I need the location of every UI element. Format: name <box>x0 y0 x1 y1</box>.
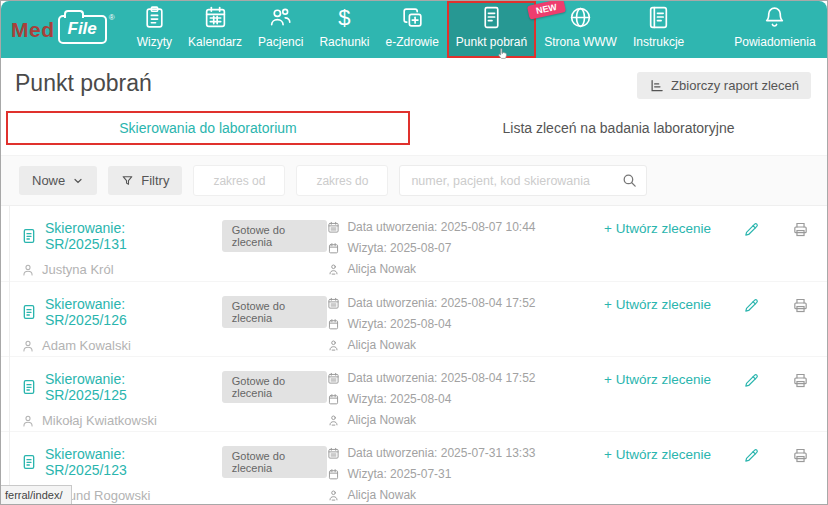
doctor-name: Alicja Nowak <box>347 488 416 502</box>
logo-file-text: File <box>58 15 107 44</box>
ehealth-icon <box>400 5 425 30</box>
collective-report-button[interactable]: Zbiorczy raport zleceń <box>637 72 811 99</box>
created-date: Data utworzenia: 2025-07-31 13:33 <box>347 446 535 460</box>
nav-item-powiadomienia[interactable]: Powiadomienia <box>726 1 823 58</box>
create-order-link[interactable]: + Utwórz zlecenie <box>604 221 711 236</box>
status-dropdown[interactable]: Nowe <box>19 166 97 195</box>
patient-icon <box>21 339 35 353</box>
status-badge: Gotowe do zlecenia <box>222 446 328 478</box>
create-order-link[interactable]: + Utwórz zlecenie <box>604 372 711 387</box>
create-order-link[interactable]: + Utwórz zlecenie <box>604 447 711 462</box>
nav-item-instrukcje[interactable]: Instrukcje <box>625 1 692 58</box>
nav-label: Powiadomienia <box>734 35 815 49</box>
clipboard-icon <box>142 5 167 30</box>
nav-label: Kalendarz <box>188 35 242 49</box>
tab-skierowania[interactable]: Skierowania do laboratorium <box>6 111 410 145</box>
visit-date-icon <box>327 468 340 481</box>
tabs: Skierowania do laboratorium Lista zleceń… <box>1 109 827 147</box>
table-row: Skierowanie: SR/2025/123 Gotowe do zlece… <box>1 431 827 505</box>
date-from-input[interactable] <box>193 165 285 196</box>
referral-doc-icon <box>21 379 37 395</box>
referral-list: Skierowanie: SR/2025/131 Gotowe do zlece… <box>1 206 827 505</box>
nav-item-pacjenci[interactable]: Pacjenci <box>250 1 311 58</box>
visit-date: Wizyta: 2025-08-07 <box>347 241 451 255</box>
edit-pencil-icon[interactable] <box>743 372 760 389</box>
table-row: Skierowanie: SR/2025/126 Gotowe do zlece… <box>1 281 827 356</box>
doctor-name: Alicja Nowak <box>347 262 416 276</box>
report-icon <box>649 78 664 93</box>
visit-date: Wizyta: 2025-07-31 <box>347 467 451 481</box>
nav-item-kalendarz[interactable]: Kalendarz <box>180 1 250 58</box>
top-navigation-bar: Med File ® Wizyty Kalendarz Pacjenci $ R… <box>1 1 827 58</box>
created-date-icon <box>327 372 340 385</box>
created-date-icon <box>327 297 340 310</box>
doctor-name: Alicja Nowak <box>347 338 416 352</box>
document-icon <box>479 5 504 30</box>
created-date-icon <box>327 221 340 234</box>
filters-button-label: Filtry <box>141 173 169 188</box>
referral-doc-icon <box>21 228 37 244</box>
nav-item-ezdrowie[interactable]: e-Zdrowie <box>377 1 446 58</box>
chevron-down-icon <box>72 175 84 187</box>
nav-item-strona-www[interactable]: NEW Strona WWW <box>536 1 625 58</box>
search-input[interactable] <box>399 165 647 196</box>
status-badge: Gotowe do zlecenia <box>222 371 328 403</box>
status-badge: Gotowe do zlecenia <box>222 296 328 328</box>
medfile-logo[interactable]: Med File ® <box>11 1 113 58</box>
filter-bar: Nowe Filtry <box>1 155 827 206</box>
nav-label: Rachunki <box>319 35 369 49</box>
visit-date-icon <box>327 393 340 406</box>
print-icon[interactable] <box>792 221 809 238</box>
globe-icon <box>568 5 593 30</box>
created-date: Data utworzenia: 2025-08-07 10:44 <box>347 220 535 234</box>
table-row: Skierowanie: SR/2025/131 Gotowe do zlece… <box>1 206 827 281</box>
visit-date-icon <box>327 242 340 255</box>
date-to-input[interactable] <box>296 165 388 196</box>
referral-link[interactable]: Skierowanie: SR/2025/125 <box>45 371 192 403</box>
visit-date-icon <box>327 318 340 331</box>
patient-icon <box>21 263 35 277</box>
mouse-cursor-icon <box>495 46 511 62</box>
referral-link[interactable]: Skierowanie: SR/2025/123 <box>45 446 192 478</box>
main-nav: Wizyty Kalendarz Pacjenci $ Rachunki e-Z… <box>129 1 828 58</box>
filters-button[interactable]: Filtry <box>108 166 182 195</box>
print-icon[interactable] <box>792 372 809 389</box>
print-icon[interactable] <box>792 297 809 314</box>
referral-link[interactable]: Skierowanie: SR/2025/126 <box>45 296 192 328</box>
doctor-name: Alicja Nowak <box>347 413 416 427</box>
funnel-icon <box>121 174 134 187</box>
referral-link[interactable]: Skierowanie: SR/2025/131 <box>45 220 192 252</box>
nav-label: Wizyty <box>137 35 172 49</box>
nav-item-rachunki[interactable]: $ Rachunki <box>311 1 377 58</box>
registered-mark: ® <box>109 13 115 22</box>
nav-label: Strona WWW <box>544 35 617 49</box>
created-date: Data utworzenia: 2025-08-04 17:52 <box>347 296 535 310</box>
nav-label: e-Zdrowie <box>385 35 438 49</box>
page-header: Punkt pobrań Zbiorczy raport zleceń <box>1 58 827 105</box>
created-date-icon <box>327 447 340 460</box>
doctor-icon <box>327 414 340 427</box>
search-icon[interactable] <box>621 172 638 189</box>
patient-name: Justyna Król <box>42 262 114 277</box>
print-icon[interactable] <box>792 447 809 464</box>
nav-item-punkt-pobran[interactable]: Punkt pobrań <box>447 1 536 58</box>
created-date: Data utworzenia: 2025-08-04 17:52 <box>347 371 535 385</box>
nav-label: Instrukcje <box>633 35 684 49</box>
create-order-link[interactable]: + Utwórz zlecenie <box>604 297 711 312</box>
edit-pencil-icon[interactable] <box>743 221 760 238</box>
browser-link-status: ferral/index/ <box>1 485 72 504</box>
tab-lista-zlecen[interactable]: Lista zleceń na badania laboratoryjne <box>410 120 827 136</box>
edit-pencil-icon[interactable] <box>743 447 760 464</box>
dollar-icon: $ <box>338 5 350 30</box>
page-title: Punkt pobrań <box>15 70 152 97</box>
edit-pencil-icon[interactable] <box>743 297 760 314</box>
logo-med-text: Med <box>11 18 55 42</box>
nav-item-moje-konto[interactable]: Moje konto <box>824 1 828 58</box>
calendar-icon <box>203 5 228 30</box>
doctor-icon <box>327 489 340 502</box>
nav-item-wizyty[interactable]: Wizyty <box>129 1 180 58</box>
report-button-label: Zbiorczy raport zleceń <box>671 78 799 93</box>
table-row: Skierowanie: SR/2025/125 Gotowe do zlece… <box>1 356 827 431</box>
search-field <box>399 165 647 196</box>
patient-name: Mikołaj Kwiatkowski <box>42 413 157 428</box>
